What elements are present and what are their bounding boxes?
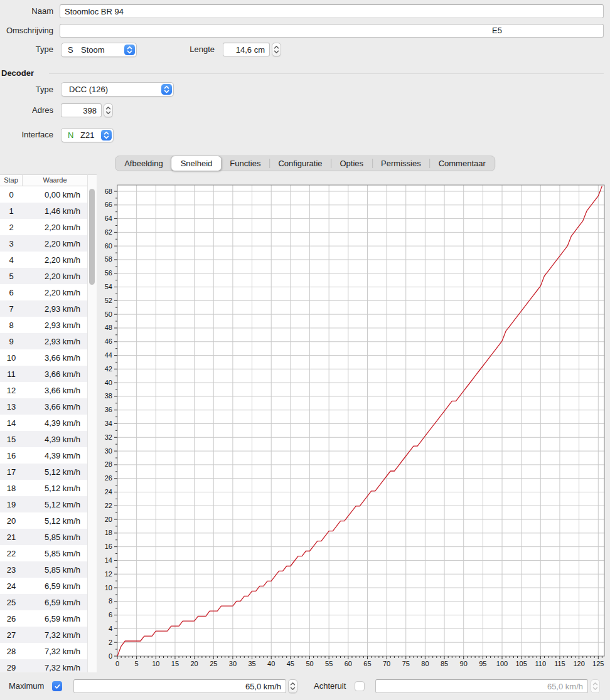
chevron-up-down-icon xyxy=(101,130,112,141)
svg-text:24: 24 xyxy=(105,488,112,496)
column-header-waarde[interactable]: Waarde xyxy=(23,175,87,186)
interface-dropdown[interactable]: N Z21 xyxy=(61,128,114,142)
step-cell: 12 xyxy=(0,386,23,395)
svg-text:100: 100 xyxy=(496,660,508,667)
lengte-input[interactable] xyxy=(223,43,270,56)
svg-text:45: 45 xyxy=(287,660,294,667)
table-row[interactable]: 92,93 km/h xyxy=(0,333,87,349)
table-row[interactable]: 256,59 km/h xyxy=(0,594,87,610)
column-header-stap[interactable]: Stap xyxy=(0,175,23,186)
table-row[interactable]: 32,20 km/h xyxy=(0,235,87,252)
svg-text:35: 35 xyxy=(248,660,255,667)
step-cell: 29 xyxy=(0,663,23,672)
table-row[interactable]: 297,32 km/h xyxy=(0,659,87,672)
maximum-label: Maximum xyxy=(9,679,44,693)
table-row[interactable]: 72,93 km/h xyxy=(0,300,87,317)
tab-configuratie[interactable]: Configuratie xyxy=(269,156,331,171)
adres-label: Adres xyxy=(0,103,53,117)
maximum-stepper[interactable] xyxy=(288,679,297,693)
table-row[interactable]: 123,66 km/h xyxy=(0,382,87,398)
table-row[interactable]: 246,59 km/h xyxy=(0,578,87,594)
table-row[interactable]: 00,00 km/h xyxy=(0,186,87,203)
tab-snelheid[interactable]: Snelheid xyxy=(171,156,222,171)
table-row[interactable]: 164,39 km/h xyxy=(0,447,87,464)
svg-text:0: 0 xyxy=(109,652,112,660)
value-cell: 6,59 km/h xyxy=(23,598,87,607)
tab-functies[interactable]: Functies xyxy=(221,156,269,171)
type-label: Type xyxy=(0,43,53,56)
svg-text:44: 44 xyxy=(105,351,112,359)
omschrijving-label: Omschrijving xyxy=(0,24,53,38)
svg-text:42: 42 xyxy=(105,365,112,373)
table-scrollbar[interactable] xyxy=(87,174,97,672)
table-row[interactable]: 205,12 km/h xyxy=(0,512,87,529)
svg-text:64: 64 xyxy=(105,215,112,222)
adres-input[interactable] xyxy=(61,103,102,117)
svg-text:60: 60 xyxy=(105,242,112,250)
table-row[interactable]: 11,46 km/h xyxy=(0,203,87,219)
svg-text:26: 26 xyxy=(105,474,112,482)
table-row[interactable]: 225,85 km/h xyxy=(0,545,87,561)
table-row[interactable]: 52,20 km/h xyxy=(0,268,87,284)
table-row[interactable]: 277,32 km/h xyxy=(0,627,87,643)
svg-text:2: 2 xyxy=(109,639,112,646)
svg-text:30: 30 xyxy=(105,447,112,455)
table-body: 00,00 km/h11,46 km/h22,20 km/h32,20 km/h… xyxy=(0,186,87,672)
table-row[interactable]: 287,32 km/h xyxy=(0,643,87,659)
value-cell: 0,00 km/h xyxy=(23,190,87,199)
scrollbar-thumb[interactable] xyxy=(89,189,95,285)
table-row[interactable]: 215,85 km/h xyxy=(0,529,87,545)
speed-step-table: Stap Waarde 00,00 km/h11,46 km/h22,20 km… xyxy=(0,174,87,672)
table-row[interactable]: 133,66 km/h xyxy=(0,398,87,415)
interface-label: Interface xyxy=(0,128,53,142)
svg-text:20: 20 xyxy=(105,516,112,523)
table-row[interactable]: 62,20 km/h xyxy=(0,284,87,300)
tab-opties[interactable]: Opties xyxy=(331,156,373,171)
maximum-speed-input[interactable] xyxy=(73,679,286,693)
svg-text:95: 95 xyxy=(479,660,486,667)
table-row[interactable]: 103,66 km/h xyxy=(0,349,87,366)
table-row[interactable]: 144,39 km/h xyxy=(0,415,87,431)
table-row[interactable]: 154,39 km/h xyxy=(0,431,87,447)
value-cell: 5,12 km/h xyxy=(23,484,87,493)
svg-text:5: 5 xyxy=(135,660,139,667)
value-cell: 3,66 km/h xyxy=(23,386,87,395)
tab-permissies[interactable]: Permissies xyxy=(372,156,430,171)
svg-text:6: 6 xyxy=(109,611,112,618)
step-cell: 18 xyxy=(0,484,23,493)
table-row[interactable]: 22,20 km/h xyxy=(0,219,87,235)
table-row[interactable]: 42,20 km/h xyxy=(0,252,87,268)
step-cell: 26 xyxy=(0,614,23,623)
lengte-stepper[interactable] xyxy=(272,43,281,56)
step-cell: 21 xyxy=(0,533,23,542)
table-row[interactable]: 113,66 km/h xyxy=(0,366,87,382)
value-cell: 2,20 km/h xyxy=(23,255,87,265)
svg-text:16: 16 xyxy=(105,543,112,550)
tab-commentaar[interactable]: Commentaar xyxy=(430,156,495,171)
chevron-up-down-icon xyxy=(124,45,135,55)
svg-text:62: 62 xyxy=(105,228,112,236)
achteruit-checkbox[interactable] xyxy=(355,681,365,691)
x-axis: 0510152025303540455055606570758085909510… xyxy=(115,656,604,667)
table-row[interactable]: 266,59 km/h xyxy=(0,610,87,627)
tab-afbeelding[interactable]: Afbeelding xyxy=(115,156,171,171)
achteruit-speed-input[interactable] xyxy=(375,679,588,693)
y-axis: 0246810121416182022242628303234363840424… xyxy=(105,188,117,660)
table-row[interactable]: 195,12 km/h xyxy=(0,496,87,512)
adres-stepper[interactable] xyxy=(104,103,113,117)
table-row[interactable]: 185,12 km/h xyxy=(0,480,87,496)
decoder-type-label: Type xyxy=(0,83,53,97)
svg-text:18: 18 xyxy=(105,529,112,536)
table-row[interactable]: 82,93 km/h xyxy=(0,317,87,333)
achteruit-stepper xyxy=(591,679,600,693)
type-dropdown[interactable]: S Stoom xyxy=(61,43,137,57)
omschrijving-field[interactable]: E5 xyxy=(60,24,604,38)
table-row[interactable]: 235,85 km/h xyxy=(0,561,87,578)
table-row[interactable]: 175,12 km/h xyxy=(0,464,87,480)
decoder-type-dropdown[interactable]: DCC (126) xyxy=(61,82,174,97)
svg-text:52: 52 xyxy=(105,297,112,304)
table-header: Stap Waarde xyxy=(0,175,87,186)
naam-input[interactable] xyxy=(60,4,604,18)
maximum-checkbox[interactable] xyxy=(52,681,62,691)
step-cell: 1 xyxy=(0,206,23,216)
